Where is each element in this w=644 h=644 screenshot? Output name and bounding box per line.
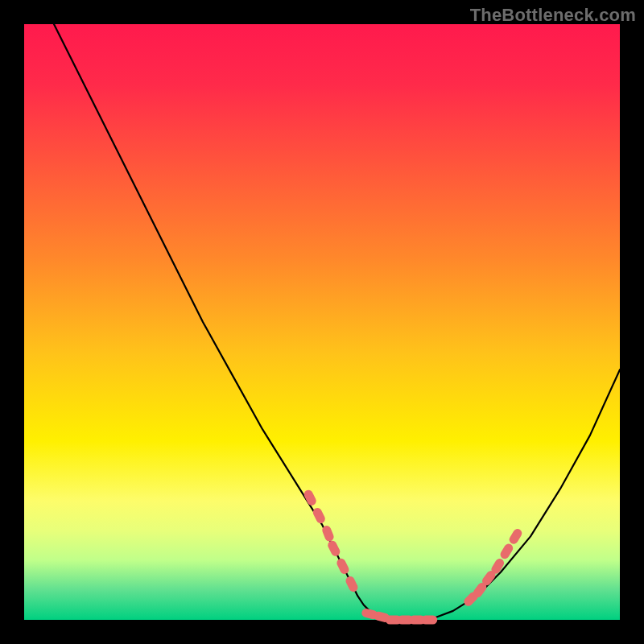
marker-pill (326, 539, 341, 558)
marker-pill (508, 527, 524, 546)
watermark-label: TheBottleneck.com (470, 5, 636, 26)
chart-svg (24, 24, 620, 620)
marker-pill (421, 616, 437, 625)
marker-pill (345, 575, 360, 593)
marker-pill (336, 557, 351, 576)
chart-frame: TheBottleneck.com (0, 0, 644, 644)
marker-dots (303, 489, 524, 625)
bottleneck-curve (54, 24, 620, 620)
marker-pill (312, 506, 327, 525)
